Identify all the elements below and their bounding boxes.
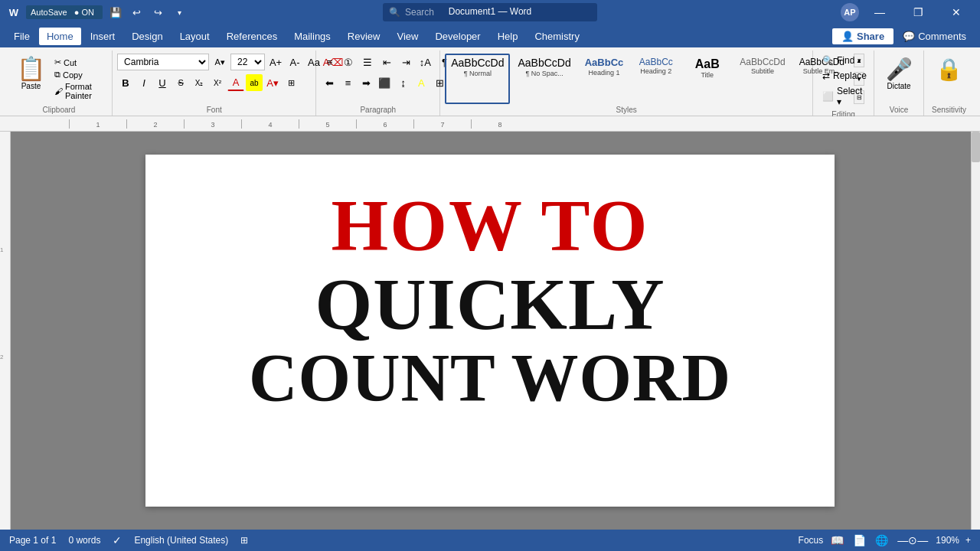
cut-icon: ✂: [54, 57, 61, 67]
numbered-list-button[interactable]: ①: [340, 54, 357, 70]
italic-button[interactable]: I: [136, 74, 152, 91]
style-title[interactable]: AaB Title: [682, 54, 732, 104]
find-dropdown[interactable]: ▾: [858, 57, 861, 64]
language[interactable]: English (United States): [134, 535, 228, 546]
zoom-in-btn[interactable]: +: [965, 535, 971, 546]
font-size-decrease[interactable]: A▾: [211, 54, 228, 70]
menu-insert[interactable]: Insert: [83, 28, 123, 45]
subscript-button[interactable]: X₂: [191, 74, 207, 91]
text-color-button[interactable]: A: [227, 74, 244, 91]
vertical-scrollbar[interactable]: [971, 132, 980, 530]
format-painter-button[interactable]: 🖌 Format Painter: [53, 81, 107, 101]
left-ruler-2: 2: [0, 354, 3, 360]
menu-developer[interactable]: Developer: [427, 28, 488, 45]
view-print-btn[interactable]: 📄: [851, 533, 867, 548]
focus-label[interactable]: Focus: [799, 535, 824, 546]
style-nospacing-label: ¶ No Spac...: [525, 70, 563, 77]
font-size-select[interactable]: 22: [230, 54, 265, 70]
style-heading2[interactable]: AaBbCc Heading 2: [631, 54, 681, 104]
style-subtitle[interactable]: AaBbCcDd Subtitle: [733, 54, 791, 104]
font-family-select[interactable]: Cambria: [117, 54, 209, 70]
style-normal[interactable]: AaBbCcDd ¶ Normal: [445, 54, 510, 104]
ruler-content: 1 2 3 4 5 6 7 8: [69, 119, 980, 129]
autosave-toggle[interactable]: ● ON: [70, 7, 98, 18]
user-avatar[interactable]: AP: [841, 3, 859, 21]
bullets-button[interactable]: ≡: [321, 54, 338, 70]
close-button[interactable]: ✕: [939, 0, 974, 24]
replace-button[interactable]: ⇄ Replace: [818, 69, 871, 83]
search-icon: 🔍: [389, 7, 400, 18]
replace-label: Replace: [833, 70, 867, 81]
menu-design[interactable]: Design: [124, 28, 170, 45]
bold-button[interactable]: B: [117, 74, 134, 91]
decrease-indent-button[interactable]: ⇤: [378, 54, 395, 70]
font-row-1: Cambria A▾ 22 A+ A- Aa A⌫: [117, 54, 341, 70]
style-no-spacing[interactable]: AaBbCcDd ¶ No Spac...: [511, 54, 577, 104]
superscript-button[interactable]: X²: [209, 74, 226, 91]
font-color-button[interactable]: A▾: [264, 74, 281, 91]
line-spacing-button[interactable]: ↨: [394, 74, 411, 91]
minimize-button[interactable]: —: [862, 0, 897, 24]
increase-indent-button[interactable]: ⇥: [397, 54, 414, 70]
menu-help[interactable]: Help: [490, 28, 526, 45]
document-area: HOW TO QUICKLY COUNT WORD: [0, 132, 980, 530]
menu-bar: File Home Insert Design Layout Reference…: [0, 24, 980, 47]
share-button[interactable]: 👤 Share: [832, 28, 893, 44]
multilevel-list-button[interactable]: ☰: [359, 54, 376, 70]
align-right-button[interactable]: ➡: [358, 74, 374, 91]
sensitivity-button[interactable]: 🔒: [933, 54, 965, 85]
menu-home[interactable]: Home: [39, 28, 81, 45]
copy-button[interactable]: ⧉ Copy: [53, 69, 107, 80]
strikethrough-button[interactable]: S: [172, 74, 189, 91]
qa-dropdown[interactable]: ▾: [172, 4, 188, 21]
dictate-label: Dictate: [887, 82, 910, 90]
save-button[interactable]: 💾: [107, 4, 124, 21]
autosave-indicator[interactable]: AutoSave ● ON: [26, 5, 103, 19]
cut-button[interactable]: ✂ Cut: [53, 57, 107, 68]
menu-layout[interactable]: Layout: [172, 28, 217, 45]
border-button[interactable]: ⊞: [283, 74, 299, 91]
view-web-btn[interactable]: 🌐: [874, 533, 890, 548]
editing-buttons: 🔍 Find ▾ ⇄ Replace ⬜ Select ▾: [818, 54, 871, 109]
sort-button[interactable]: ↕A: [416, 54, 433, 70]
underline-button[interactable]: U: [154, 74, 171, 91]
search-placeholder: Search: [405, 7, 434, 18]
highlight-button[interactable]: ab: [246, 74, 263, 91]
find-icon: 🔍: [822, 55, 834, 66]
font-content: Cambria A▾ 22 A+ A- Aa A⌫ B I U S X₂ X² …: [117, 54, 341, 104]
find-label: Find: [837, 55, 854, 66]
redo-button[interactable]: ↪: [150, 4, 167, 21]
style-normal-label: ¶ Normal: [464, 70, 492, 77]
document-page[interactable]: HOW TO QUICKLY COUNT WORD: [145, 155, 835, 507]
align-center-button[interactable]: ≡: [339, 74, 356, 91]
menu-mailings[interactable]: Mailings: [286, 28, 338, 45]
style-h2-label: Heading 2: [640, 67, 671, 75]
justify-button[interactable]: ⬛: [376, 74, 393, 91]
menu-chemistry[interactable]: Chemistry: [527, 28, 587, 45]
style-heading1[interactable]: AaBbCc Heading 1: [579, 54, 630, 104]
comments-button[interactable]: 💬 Comments: [895, 28, 974, 44]
align-left-button[interactable]: ⬅: [321, 74, 338, 91]
word-count: 0 words: [68, 535, 100, 546]
doc-line-1: HOW TO: [191, 185, 789, 266]
font-size-shrink[interactable]: A-: [286, 54, 303, 70]
menu-review[interactable]: Review: [340, 28, 388, 45]
select-button[interactable]: ⬜ Select ▾: [818, 84, 871, 109]
scroll-thumb[interactable]: [972, 132, 980, 162]
ruler-mark-8: 8: [471, 119, 528, 129]
find-button[interactable]: 🔍 Find ▾: [818, 54, 871, 67]
view-read-btn[interactable]: 📖: [829, 533, 845, 548]
menu-file[interactable]: File: [6, 28, 38, 45]
status-bar: Page 1 of 1 0 words ✓ English (United St…: [0, 530, 980, 551]
shading-button[interactable]: A: [413, 74, 430, 91]
ruler-mark-1: 1: [69, 119, 126, 129]
dictate-button[interactable]: 🎤 Dictate: [883, 54, 916, 93]
undo-button[interactable]: ↩: [129, 4, 145, 21]
font-size-increase[interactable]: A+: [267, 54, 284, 70]
paste-button[interactable]: 📋 Paste: [11, 54, 51, 92]
menu-references[interactable]: References: [219, 28, 285, 45]
restore-button[interactable]: ❐: [900, 0, 936, 24]
zoom-slider[interactable]: —⊙—: [896, 533, 929, 548]
menu-view[interactable]: View: [389, 28, 426, 45]
ruler-mark-4: 4: [241, 119, 299, 129]
